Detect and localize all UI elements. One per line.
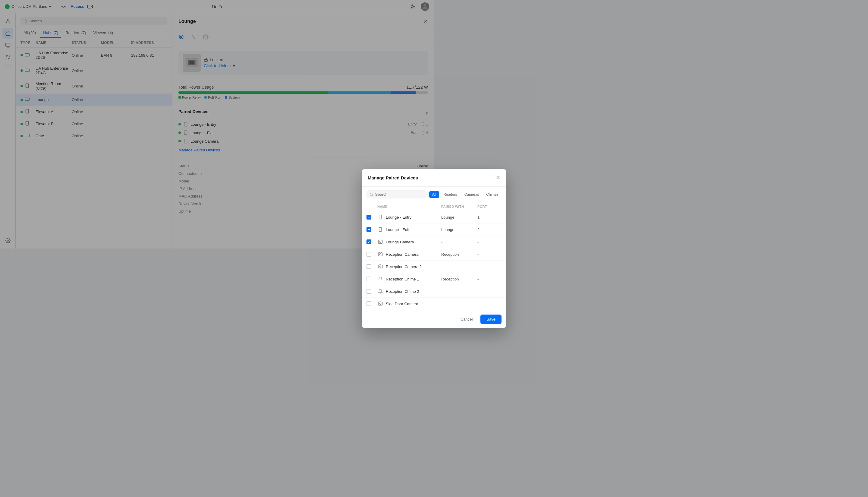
svg-rect-69 [379, 215, 382, 219]
modal-filter-all[interactable]: All [429, 191, 434, 198]
modal-device-name-1: Lounge - Exit [386, 227, 409, 232]
svg-point-67 [370, 193, 372, 196]
modal-device-icon-2 [377, 239, 383, 245]
modal-search-input[interactable] [375, 192, 424, 197]
modal-row-1[interactable]: Lounge - Exit Lounge 2 [362, 224, 434, 236]
modal-device-name-2: Lounge Camera [386, 240, 414, 244]
modal-device-cell-0: Lounge - Entry [377, 214, 434, 220]
modal-search-icon [369, 193, 373, 197]
svg-point-73 [380, 241, 381, 242]
modal-checkbox-2[interactable]: ✓ [367, 239, 371, 244]
modal-table-header: Name Paired With Port [362, 202, 434, 211]
modal-checkbox-1[interactable] [367, 227, 371, 232]
modal-row-2[interactable]: ✓ Lounge Camera - - [362, 236, 434, 248]
modal-search-row: All Readers Cameras Chimes [362, 187, 434, 202]
svg-line-68 [372, 195, 373, 196]
modal-overlay[interactable]: Manage Paired Devices ✕ All Readers Came… [0, 0, 434, 248]
modal-row-3[interactable]: Reception Camera Reception - [362, 248, 434, 248]
modal-search-bar[interactable] [367, 190, 427, 198]
modal-header: Manage Paired Devices ✕ [362, 169, 434, 187]
modal-col-name: Name [377, 205, 434, 208]
modal-device-icon-0 [377, 214, 383, 220]
modal-checkbox-0[interactable] [367, 215, 371, 219]
modal-title: Manage Paired Devices [368, 175, 418, 180]
modal-device-icon-1 [377, 227, 383, 232]
modal-row-0[interactable]: Lounge - Entry Lounge 1 [362, 211, 434, 224]
modal-device-cell-2: Lounge Camera [377, 239, 434, 245]
modal-device-cell-1: Lounge - Exit [377, 227, 434, 232]
svg-rect-71 [379, 227, 382, 231]
modal-device-name-0: Lounge - Entry [386, 215, 411, 219]
manage-paired-modal: Manage Paired Devices ✕ All Readers Came… [362, 169, 434, 248]
modal-body: Lounge - Entry Lounge 1 Lounge - Exit Lo… [362, 211, 434, 248]
modal-filter-tabs: All Readers Cameras Chimes [429, 191, 434, 198]
